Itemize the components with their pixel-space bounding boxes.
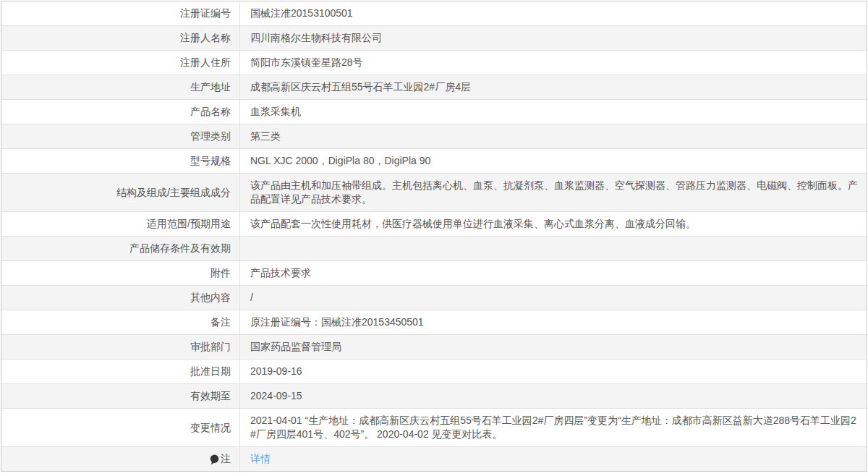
table-row: 注 详情 [1, 447, 867, 471]
row-label: 注册人住所 [180, 56, 231, 69]
row-label: 批准日期 [190, 365, 231, 378]
row-value: 第三类 [250, 129, 281, 143]
row-value: 国械注准20153100501 [250, 7, 353, 20]
row-label: 注 [221, 452, 231, 466]
row-value-cell: 第三类 [240, 124, 867, 148]
row-value: 四川南格尔生物科技有限公司 [250, 31, 382, 45]
table-row: 其他内容 / [1, 286, 867, 310]
row-value-cell: 2019-09-16 [240, 360, 867, 383]
row-value-cell: 该产品由主机和加压袖带组成。主机包括离心机、血泵、抗凝剂泵、血浆监测器、空气探测… [240, 174, 867, 211]
table-row: 型号规格 NGL XJC 2000，DigiPla 80，DigiPla 90 [1, 149, 867, 174]
row-value: 2019-09-16 [250, 365, 302, 378]
row-label: 变更情况 [190, 421, 231, 435]
row-label: 产品储存条件及有效期 [129, 242, 231, 255]
registration-table: 注册证编号 国械注准20153100501 注册人名称 四川南格尔生物科技有限公… [1, 1, 867, 472]
row-label: 管理类别 [190, 129, 231, 143]
table-row: 生产地址 成都高新区庆云村五组55号石羊工业园2#厂房4层 [1, 75, 867, 100]
table-row: 批准日期 2019-09-16 [1, 360, 867, 384]
row-value: 2024-09-15 [250, 389, 302, 403]
row-label-cell: 管理类别 [1, 124, 240, 148]
row-label-cell: 型号规格 [1, 149, 240, 173]
table-row: 注册证编号 国械注准20153100501 [1, 1, 867, 26]
details-link[interactable]: 详情 [250, 452, 271, 466]
row-value: 2021-04-01 “生产地址：成都高新区庆云村五组55号石羊工业园2#厂房四… [250, 414, 858, 441]
row-value-cell: 国械注准20153100501 [240, 1, 867, 25]
row-value-cell: 简阳市东溪镇奎星路28号 [240, 51, 867, 75]
row-value-cell [240, 237, 867, 260]
row-value-cell: 血浆采集机 [240, 100, 867, 124]
row-value-cell: / [240, 286, 867, 310]
row-value-cell: NGL XJC 2000，DigiPla 80，DigiPla 90 [240, 149, 867, 173]
row-label-cell: 产品名称 [1, 100, 240, 124]
row-label: 结构及组成/主要组成成分 [116, 186, 231, 200]
row-label: 注册证编号 [180, 7, 231, 20]
table-row: 变更情况 2021-04-01 “生产地址：成都高新区庆云村五组55号石羊工业园… [1, 409, 867, 447]
row-label: 适用范围/预期用途 [147, 217, 231, 231]
table-row: 附件 产品技术要求 [1, 261, 867, 286]
row-value: 成都高新区庆云村五组55号石羊工业园2#厂房4层 [250, 80, 471, 94]
row-value-cell: 产品技术要求 [240, 261, 867, 285]
row-label: 审批部门 [190, 340, 231, 354]
row-label-cell: 其他内容 [1, 286, 240, 310]
row-value: 产品技术要求 [250, 266, 311, 280]
table-row: 适用范围/预期用途 该产品配套一次性使用耗材，供医疗器械使用单位进行血液采集、离… [1, 212, 867, 237]
table-row: 产品储存条件及有效期 [1, 237, 867, 261]
row-value: / [250, 291, 253, 305]
row-label: 产品名称 [190, 105, 231, 119]
table-row: 审批部门 国家药品监督管理局 [1, 335, 867, 360]
table-row: 注册人住所 简阳市东溪镇奎星路28号 [1, 51, 867, 75]
row-label-cell: 变更情况 [1, 409, 240, 446]
row-label-cell: 注 [1, 447, 240, 471]
table-row: 注册人名称 四川南格尔生物科技有限公司 [1, 26, 867, 51]
table-row: 有效期至 2024-09-15 [1, 384, 867, 409]
row-label-cell: 注册人住所 [1, 51, 240, 75]
table-row: 备注 原注册证编号：国械注准20153450501 [1, 310, 867, 335]
row-value-cell: 四川南格尔生物科技有限公司 [240, 26, 867, 50]
row-label-cell: 有效期至 [1, 384, 240, 408]
row-value: 该产品配套一次性使用耗材，供医疗器械使用单位进行血液采集、离心式血浆分离、血液成… [250, 217, 696, 231]
row-label: 附件 [210, 266, 231, 280]
row-value-cell: 该产品配套一次性使用耗材，供医疗器械使用单位进行血液采集、离心式血浆分离、血液成… [240, 212, 867, 236]
row-label-cell: 注册人名称 [1, 26, 240, 50]
row-label-cell: 产品储存条件及有效期 [1, 237, 240, 260]
row-label: 生产地址 [190, 80, 231, 94]
row-label-cell: 适用范围/预期用途 [1, 212, 240, 236]
row-label: 备注 [210, 315, 231, 329]
row-label-cell: 备注 [1, 310, 240, 334]
row-value-cell: 详情 [240, 447, 867, 471]
row-value: 该产品由主机和加压袖带组成。主机包括离心机、血泵、抗凝剂泵、血浆监测器、空气探测… [250, 179, 858, 206]
table-row: 产品名称 血浆采集机 [1, 100, 867, 124]
row-label: 注册人名称 [180, 31, 231, 45]
row-label: 型号规格 [190, 154, 231, 168]
row-value-cell: 2024-09-15 [240, 384, 867, 408]
row-label: 其他内容 [190, 291, 231, 305]
row-value-cell: 国家药品监督管理局 [240, 335, 867, 359]
row-value: 原注册证编号：国械注准20153450501 [250, 315, 424, 329]
row-value: 血浆采集机 [250, 105, 301, 119]
row-value: NGL XJC 2000，DigiPla 80，DigiPla 90 [250, 154, 430, 168]
row-label-cell: 结构及组成/主要组成成分 [1, 174, 240, 211]
row-value: 简阳市东溪镇奎星路28号 [250, 56, 363, 69]
row-value-cell: 原注册证编号：国械注准20153450501 [240, 310, 867, 334]
row-label-cell: 生产地址 [1, 75, 240, 99]
note-bubble-icon [210, 454, 219, 465]
row-value-cell: 成都高新区庆云村五组55号石羊工业园2#厂房4层 [240, 75, 867, 99]
row-value-cell: 2021-04-01 “生产地址：成都高新区庆云村五组55号石羊工业园2#厂房四… [240, 409, 867, 446]
row-label-cell: 批准日期 [1, 360, 240, 383]
table-row: 管理类别 第三类 [1, 124, 867, 149]
row-label: 有效期至 [190, 389, 231, 403]
row-label-cell: 注册证编号 [1, 1, 240, 25]
row-label-cell: 审批部门 [1, 335, 240, 359]
row-value: 国家药品监督管理局 [250, 340, 341, 354]
row-label-cell: 附件 [1, 261, 240, 285]
table-row: 结构及组成/主要组成成分 该产品由主机和加压袖带组成。主机包括离心机、血泵、抗凝… [1, 174, 867, 212]
